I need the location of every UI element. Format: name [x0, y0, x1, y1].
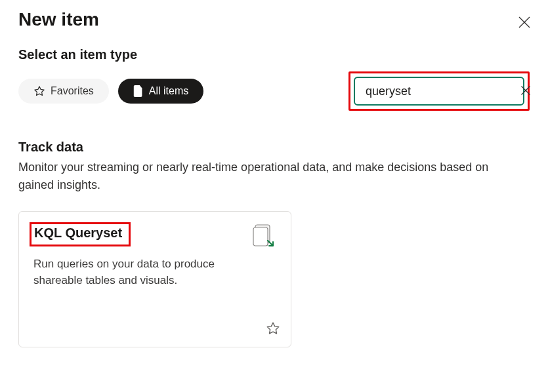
close-button[interactable]: [515, 13, 534, 31]
item-type-card[interactable]: KQL Queryset Run queries on your data to…: [18, 211, 291, 347]
close-icon: [520, 85, 531, 96]
section-description: Monitor your streaming or nearly real-ti…: [18, 159, 517, 194]
document-icon: [133, 85, 144, 97]
svg-marker-2: [35, 87, 44, 96]
all-items-filter-label: All items: [149, 85, 188, 97]
star-icon: [266, 321, 280, 336]
svg-marker-7: [267, 323, 278, 334]
card-title: KQL Queryset: [34, 225, 122, 240]
all-items-filter-button[interactable]: All items: [118, 79, 203, 104]
star-icon: [33, 85, 45, 97]
svg-rect-6: [253, 227, 268, 246]
favorites-filter-label: Favorites: [51, 85, 94, 97]
search-input[interactable]: [364, 84, 519, 99]
section-heading: Track data: [18, 140, 530, 155]
card-description: Run queries on your data to produce shar…: [33, 256, 230, 288]
favorites-filter-button[interactable]: Favorites: [18, 79, 109, 104]
dialog-subtitle: Select an item type: [18, 47, 530, 62]
clear-search-button[interactable]: [519, 84, 532, 99]
search-field-wrapper: [354, 77, 524, 106]
dialog-title: New item: [18, 9, 99, 30]
close-icon: [518, 16, 531, 29]
search-highlight-box: [348, 71, 530, 111]
favorite-toggle-button[interactable]: [264, 320, 282, 339]
document-export-icon: [253, 224, 275, 250]
card-title-highlight-box: KQL Queryset: [30, 222, 131, 246]
